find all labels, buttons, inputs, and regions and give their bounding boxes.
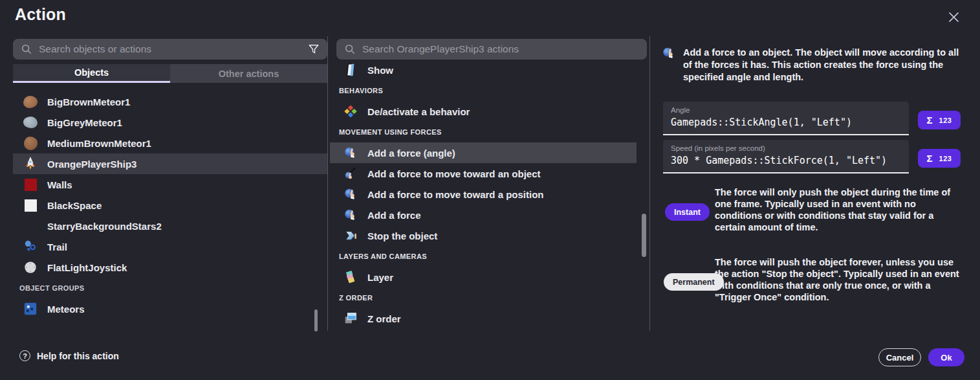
action-list: ShowBEHAVIORSDe/activate a behaviorMOVEM… <box>330 60 649 329</box>
tab-other-actions[interactable]: Other actions <box>170 64 327 83</box>
action-section-header: Z ORDER <box>330 287 649 308</box>
object-row-label: MediumBrownMeteor1 <box>47 138 151 149</box>
objects-search-bar[interactable] <box>13 39 327 60</box>
object-row-label: FlatLightJoystick <box>47 262 127 273</box>
object-row-label: StarryBackgroundStars2 <box>47 221 162 232</box>
action-section-header: BEHAVIORS <box>330 80 649 101</box>
action-row[interactable]: Add a force to move toward a position <box>330 184 649 205</box>
action-row-label: Add a force <box>367 210 421 221</box>
speed-expression-button[interactable]: Σ 123 <box>918 149 961 168</box>
meteor-brown2-icon <box>23 135 38 151</box>
action-row[interactable]: Layer <box>330 267 649 287</box>
objects-search-input[interactable] <box>39 43 301 55</box>
object-row-label: Trail <box>47 241 67 252</box>
action-row-label: Add a force to move toward a position <box>367 189 544 200</box>
objects-tabbar: Objects Other actions <box>13 64 327 83</box>
force-icon <box>661 45 677 61</box>
sigma-icon: Σ <box>927 153 933 164</box>
force-icon <box>343 145 358 161</box>
square-white-icon <box>23 197 38 213</box>
object-row-label: BigGreyMeteor1 <box>47 117 122 128</box>
instant-description: The force will only push the object duri… <box>715 186 965 233</box>
none-icon <box>23 218 38 234</box>
help-link[interactable]: ? Help for this action <box>19 350 119 361</box>
actions-search-input[interactable] <box>362 43 639 55</box>
help-icon: ? <box>19 350 30 361</box>
object-row[interactable]: BigBrownMeteor1 <box>13 91 327 112</box>
close-icon <box>948 12 959 25</box>
object-row[interactable]: MediumBrownMeteor1 <box>13 133 327 153</box>
meteor-grey-icon <box>23 115 38 130</box>
instant-mode-row: Instant The force will only push the obj… <box>655 186 967 233</box>
action-description-icon-slot <box>661 45 677 61</box>
actions-panel: ShowBEHAVIORSDe/activate a behaviorMOVEM… <box>330 39 649 334</box>
speed-field-value[interactable]: 300 * Gamepads::StickForce(1, "Left") <box>671 155 901 166</box>
panel-divider-right <box>649 36 650 331</box>
object-row[interactable]: BigGreyMeteor1 <box>13 112 327 133</box>
object-row[interactable]: StarryBackgroundStars2 <box>13 216 327 236</box>
permanent-description: The force will push the object forever, … <box>715 256 965 303</box>
tab-objects[interactable]: Objects <box>13 64 170 83</box>
object-row-label: Walls <box>47 179 72 190</box>
object-row[interactable]: BlackSpace <box>13 195 327 216</box>
action-row-label: Z order <box>367 313 401 324</box>
meteor-brown-icon <box>23 94 38 109</box>
rocket-icon <box>23 156 38 172</box>
zorder-icon <box>343 311 358 326</box>
close-button[interactable] <box>946 11 961 25</box>
object-row[interactable]: FlatLightJoystick <box>13 257 327 278</box>
action-row[interactable]: Z order <box>330 308 649 329</box>
action-row-label: Add a force (angle) <box>367 148 455 159</box>
action-row[interactable]: Add a force (angle) <box>330 142 637 163</box>
force-icon <box>343 186 358 202</box>
object-row-label: BlackSpace <box>47 200 102 211</box>
group-meteors-icon <box>23 301 38 317</box>
object-row[interactable]: Walls <box>13 174 327 195</box>
ok-button[interactable]: Ok <box>928 348 964 366</box>
permanent-mode-row: Permanent The force will push the object… <box>655 256 967 303</box>
instant-badge[interactable]: Instant <box>665 203 710 221</box>
angle-field-label: Angle <box>671 106 901 114</box>
cancel-button[interactable]: Cancel <box>878 348 921 366</box>
object-group-row[interactable]: Meteors <box>13 298 327 319</box>
show-icon <box>343 62 358 78</box>
angle-field[interactable]: Angle Gamepads::StickAngle(1, "Left") <box>663 102 909 135</box>
action-row[interactable]: Show <box>330 60 649 80</box>
help-label: Help for this action <box>37 351 119 361</box>
action-section-header: MOVEMENT USING FORCES <box>330 122 649 142</box>
object-row-label: BigBrownMeteor1 <box>47 96 130 107</box>
actions-scrollbar[interactable] <box>642 214 646 257</box>
permanent-badge[interactable]: Permanent <box>664 273 724 291</box>
trail-icon <box>23 239 38 254</box>
action-section-header: LAYERS AND CAMERAS <box>330 246 649 267</box>
sigma-icon: Σ <box>927 115 933 126</box>
action-description: Add a force to an object. The object wil… <box>683 47 965 84</box>
page-title: Action <box>15 5 66 24</box>
panel-divider-left <box>327 36 328 331</box>
action-row[interactable]: De/activate a behavior <box>330 101 649 122</box>
action-detail-panel: Add a force to an object. The object wil… <box>655 39 967 334</box>
speed-field[interactable]: Speed (in pixels per second) 300 * Gamep… <box>663 140 909 173</box>
action-row-label: Stop the object <box>367 230 437 241</box>
action-row[interactable]: Add a force to move toward an object <box>330 163 649 184</box>
search-icon <box>344 43 356 55</box>
numbers-icon: 123 <box>939 117 952 124</box>
object-row-label: OrangePlayerShip3 <box>47 159 136 170</box>
action-row-label: Add a force to move toward an object <box>367 168 541 179</box>
action-row-label: Show <box>367 65 393 76</box>
action-row[interactable]: Add a force <box>330 205 649 225</box>
filter-icon[interactable] <box>308 43 320 55</box>
angle-field-value[interactable]: Gamepads::StickAngle(1, "Left") <box>671 117 901 128</box>
action-row-label: De/activate a behavior <box>367 106 470 117</box>
action-row-label: Layer <box>367 272 393 283</box>
force-icon <box>343 207 358 223</box>
actions-search-bar[interactable] <box>336 39 647 60</box>
joystick-icon <box>23 260 38 275</box>
search-icon <box>21 43 32 55</box>
object-row[interactable]: OrangePlayerShip3 <box>13 153 327 174</box>
objects-scrollbar[interactable] <box>314 309 318 331</box>
angle-expression-button[interactable]: Σ 123 <box>918 111 961 129</box>
square-red-icon <box>23 177 38 192</box>
action-row[interactable]: Stop the object <box>330 225 649 246</box>
object-row[interactable]: Trail <box>13 236 327 257</box>
